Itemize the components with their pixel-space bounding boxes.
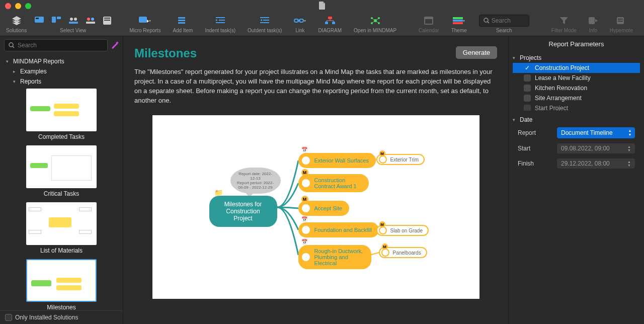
svg-rect-37	[453, 20, 463, 22]
mindmap-branch[interactable]: 📅 Rough-in Ductwork, Plumbing and Electr…	[298, 245, 371, 269]
link-button[interactable]: ▾ Link	[288, 12, 312, 36]
tree-reports[interactable]: ▾Reports	[0, 76, 123, 87]
svg-rect-38	[453, 22, 463, 24]
projects-section-header[interactable]: ▾Projects	[513, 53, 640, 63]
svg-rect-18	[219, 20, 225, 21]
mindmap-branch[interactable]: 📅 Exterior Wall Surfaces	[298, 153, 376, 168]
window-controls	[5, 3, 31, 9]
sidebar-right: Report Parameters ▾Projects Construction…	[508, 36, 644, 324]
micro-reports-button[interactable]: ▾ Micro Reports	[123, 12, 167, 36]
finish-date-input[interactable]: 29.12.2022, 08:00 ▲▼	[557, 158, 635, 169]
svg-rect-11	[104, 18, 110, 19]
svg-point-44	[9, 43, 13, 47]
mindmap-branch[interactable]: M Accept Site	[298, 201, 350, 216]
diagram-button[interactable]: DIAGRAM	[312, 12, 348, 36]
svg-rect-16	[178, 22, 185, 24]
sidebar-search[interactable]	[4, 39, 108, 51]
thumb-completed-tasks[interactable]: Completed Tasks	[15, 89, 108, 140]
view-icon-5[interactable]	[103, 15, 111, 27]
dropdown-arrows-icon: ▴▾	[629, 129, 631, 137]
theme-button[interactable]: ▾ Theme	[445, 12, 473, 36]
svg-rect-36	[453, 17, 463, 19]
calendar-button[interactable]: Calendar	[413, 12, 445, 36]
svg-rect-40	[589, 17, 595, 24]
outdent-button[interactable]: Outdent task(s)	[242, 12, 288, 36]
toolbar: Solutions Select View ▾ Micro Reports Ad…	[0, 12, 644, 36]
stepper-icon[interactable]: ▲▼	[627, 145, 631, 152]
svg-point-8	[91, 18, 94, 21]
svg-rect-20	[260, 17, 269, 18]
svg-point-4	[70, 18, 73, 21]
close-window-button[interactable]	[5, 3, 11, 9]
mindmap-leaf[interactable]: M Slab on Grade	[376, 225, 429, 236]
svg-rect-35	[425, 19, 432, 24]
maximize-window-button[interactable]	[25, 3, 31, 9]
sidebar-left: ▾MINDMAP Reports ▸Examples ▾Reports Comp…	[0, 36, 123, 324]
thumb-list-materials[interactable]: List of Materials	[15, 202, 108, 254]
titlebar	[0, 0, 644, 12]
thumb-critical-tasks[interactable]: Critical Tasks	[15, 145, 108, 197]
project-item[interactable]: Start Project	[513, 103, 640, 111]
report-label: Report	[518, 129, 553, 136]
stepper-icon[interactable]: ▲▼	[627, 160, 631, 167]
hypernote-button[interactable]: Hypernote	[604, 12, 639, 36]
svg-rect-2	[52, 17, 56, 23]
svg-rect-15	[178, 20, 185, 21]
folder-icon: 📁	[214, 189, 223, 197]
svg-rect-14	[178, 17, 185, 19]
page-title: Milestones	[134, 46, 197, 60]
project-item[interactable]: Kitchen Renovation	[513, 83, 640, 93]
svg-rect-28	[332, 22, 335, 24]
date-section-header[interactable]: ▾Date	[513, 115, 640, 125]
svg-rect-27	[325, 22, 328, 24]
svg-rect-13	[139, 17, 147, 23]
view-icon-1[interactable]	[35, 15, 44, 27]
svg-rect-17	[216, 17, 225, 18]
document-icon	[318, 2, 326, 11]
toolbar-search: Search	[473, 12, 535, 36]
add-item-button[interactable]: Add Item	[167, 12, 199, 36]
svg-point-5	[74, 18, 77, 21]
indent-button[interactable]: Indent task(s)	[199, 12, 242, 36]
description-text: The "Milestones" report generated for yo…	[134, 67, 497, 105]
search-icon	[484, 18, 490, 24]
search-icon	[9, 42, 15, 48]
calendar-icon: 📅	[301, 147, 307, 152]
mindmap-canvas[interactable]: Report date: 2022-12-13 Report period: 2…	[152, 115, 479, 299]
solutions-button[interactable]: Solutions	[0, 12, 33, 36]
svg-rect-12	[104, 20, 110, 21]
open-mindmap-button[interactable]: Open in MINDMAP	[348, 12, 403, 36]
toolbar-search-field[interactable]	[479, 15, 529, 27]
calendar-icon: 📅	[301, 216, 307, 222]
project-item[interactable]: Lease a New Facility	[513, 73, 640, 83]
svg-rect-3	[57, 17, 61, 19]
svg-rect-6	[69, 22, 78, 24]
magic-wand-icon[interactable]	[111, 41, 119, 50]
svg-rect-19	[216, 22, 225, 23]
view-icon-3[interactable]	[69, 15, 78, 27]
minimize-window-button[interactable]	[15, 3, 21, 9]
view-icon-4[interactable]	[86, 15, 95, 27]
start-date-input[interactable]: 09.08.2022, 09:00 ▲▼	[557, 143, 635, 153]
project-item[interactable]: Construction Project	[513, 63, 640, 73]
mindmap-branch[interactable]: M Construction Contract Award 1	[298, 174, 369, 192]
tree-examples[interactable]: ▸Examples	[0, 66, 123, 76]
svg-rect-1	[36, 18, 39, 19]
mindmap-leaf[interactable]: M Exterior Trim	[376, 154, 425, 165]
project-item[interactable]: Site Arrangement	[513, 93, 640, 103]
info-button[interactable]: Info	[583, 12, 604, 36]
only-installed-checkbox[interactable]: Only Installed Solutions	[0, 310, 123, 324]
start-label: Start	[518, 145, 553, 152]
mindmap-root[interactable]: 📁 Milestones for Construction Project	[209, 196, 277, 227]
svg-point-39	[484, 18, 488, 22]
report-dropdown[interactable]: Document Timeline ▴▾	[557, 127, 635, 138]
thumb-milestones[interactable]: Milestones	[15, 259, 108, 310]
mindmap-branch[interactable]: 📅 Foundation and Backfill	[298, 222, 379, 237]
panel-title: Report Parameters	[513, 40, 640, 48]
filter-mode-button[interactable]: Filter Mode	[545, 12, 583, 36]
view-icon-2[interactable]	[52, 15, 61, 27]
finish-label: Finish	[518, 160, 553, 167]
mindmap-leaf[interactable]: M Panelboards	[379, 247, 427, 258]
tree-root[interactable]: ▾MINDMAP Reports	[0, 56, 123, 66]
generate-button[interactable]: Generate	[456, 46, 497, 59]
